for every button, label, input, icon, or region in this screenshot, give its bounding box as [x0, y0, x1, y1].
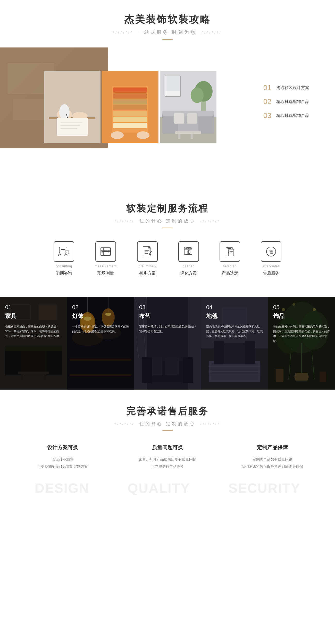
- hero-section: 杰美装饰软装攻略 一站式服务 时刻为您: [0, 0, 335, 47]
- process-zh-selected: 产品选定: [222, 271, 238, 276]
- aftersales-bg-words: DESIGN QUALITY SECURITY: [0, 475, 335, 501]
- process-icon-aftersales-wrap: 售: [261, 241, 281, 262]
- subtitle-text: 一站式服务 时刻为您: [138, 30, 197, 35]
- svg-text:售: 售: [269, 249, 273, 254]
- process-en-preliminary: preliminary: [138, 264, 156, 268]
- process-item-selected: selected 产品选定: [220, 241, 240, 276]
- as-card-quality: 质量问题可换 家具、灯具产品如果出现有质量问题 可立即进行产品更换: [125, 444, 210, 470]
- process-icons-row: consulting 初期咨询 measurement 现场测量: [0, 241, 335, 286]
- cat-name-5: 饰品: [273, 312, 330, 320]
- step-2: 02 精心挑选配饰产品: [263, 98, 309, 106]
- svg-rect-18: [113, 105, 147, 110]
- cat-name-2: 灯饰: [72, 312, 129, 320]
- process-subtitle: 住的舒心 定制的放心: [0, 218, 335, 224]
- step-2-text: 精心挑选配饰产品: [276, 99, 309, 104]
- svg-rect-39: [178, 134, 180, 139]
- category-lighting: 02 灯饰 一个空间的设计感觉，不仅仅需要家具和配饰的点缀，灯光的搭配也是不可或…: [67, 297, 134, 390]
- hero-subtitle: 一站式服务 时刻为您: [0, 29, 335, 35]
- aftersales-subtitle-text: 住的舒心 定制的放心: [139, 421, 196, 426]
- cat-num-3: 03: [139, 304, 196, 311]
- svg-point-22: [111, 131, 124, 139]
- svg-rect-37: [187, 113, 197, 124]
- step-1: 01 沟通软装设计方案: [263, 84, 309, 92]
- photo-consulting: [44, 71, 100, 143]
- as-card-design: 设计方案可换 若设计不满意 可更换调配设计师重新定制方案: [21, 444, 105, 470]
- as-card-quality-line2: 可立即进行产品更换: [125, 463, 210, 470]
- process-section: 软装定制服务流程 住的舒心 定制的放心 consulting 初期咨询: [0, 187, 335, 297]
- as-card-security-title: 定制产品保障: [230, 444, 314, 451]
- process-en-aftersales: after-sales: [263, 264, 280, 268]
- cat-name-3: 布艺: [139, 312, 196, 320]
- cat-desc-3: 窗帘选本等级，到出心翔精致位置忽悠情的舒雅和好适而在这里。: [139, 324, 196, 334]
- process-item-aftersales: 售 after-sales 售后服务: [261, 241, 281, 276]
- deepen-icon: [183, 246, 195, 257]
- svg-rect-40: [191, 134, 193, 139]
- svg-rect-41: [59, 247, 67, 253]
- cat-name-1: 家具: [5, 312, 62, 320]
- cat-desc-5: 饰品在室外作体现出真有转慢的欣乐感知道，因此对于渲染空间漂亮的气候，真有巨大的作…: [273, 324, 330, 343]
- process-zh-consulting: 初期咨询: [56, 271, 72, 276]
- furniture-content: 01 家具 在很多空间里面，家具占的面积木多超过35%，其他如窗帘、床罩、装饰等…: [0, 297, 67, 390]
- hero-title: 杰美装饰软装攻略: [0, 13, 335, 26]
- aftersales-title: 完善承诺售后服务: [0, 405, 335, 418]
- process-divider: [162, 228, 173, 228]
- process-item-deepen: deepen 深化方案: [178, 241, 199, 276]
- process-item-consulting: consulting 初期咨询: [54, 241, 74, 276]
- process-icon-consulting-wrap: [54, 241, 74, 262]
- lighting-content: 02 灯饰 一个空间的设计感觉，不仅仅需要家具和配饰的点缀，灯光的搭配也是不可或…: [67, 297, 134, 390]
- as-card-quality-title: 质量问题可换: [125, 444, 210, 451]
- category-section: 01 家具 在很多空间里面，家具占的面积木多超过35%，其他如窗帘、床罩、装饰等…: [0, 297, 335, 390]
- step-3: 03 精心挑选配饰产品: [263, 111, 309, 120]
- aftersales-divider: [162, 430, 173, 431]
- living-room-photo-icon: [160, 71, 216, 143]
- photo-livingroom: [160, 71, 216, 143]
- svg-rect-2: [13, 99, 49, 120]
- rug-content: 04 地毯 室内地毯的风格搭配不同的风格还家和文欣庭，主要分为欧式风格、现代波的…: [201, 297, 268, 390]
- as-card-security: 定制产品保障 定制类产品如有质量问题 我们承诺将售后服务责任到底终身质保: [230, 444, 314, 470]
- aftersales-cards-row: 设计方案可换 若设计不满意 可更换调配设计师重新定制方案 质量问题可换 家具、灯…: [0, 444, 335, 470]
- process-item-measurement: measurement 现场测量: [95, 241, 116, 276]
- category-rug: 04 地毯 室内地毯的风格搭配不同的风格还家和文欣庭，主要分为欧式风格、现代波的…: [201, 297, 268, 390]
- process-en-selected: selected: [223, 264, 237, 268]
- process-zh-preliminary: 初步方案: [139, 271, 156, 276]
- process-subtitle-text: 住的舒心 定制的放心: [139, 219, 196, 223]
- photo-fabric: [102, 71, 158, 143]
- step-1-num: 01: [263, 84, 273, 92]
- bg-word-quality: QUALITY: [128, 480, 190, 496]
- decor-content: 05 饰品 饰品在室外作体现出真有转慢的欣乐感知道，因此对于渲染空间漂亮的气候，…: [268, 297, 335, 390]
- cat-desc-1: 在很多空间里面，家具占的面积木多超过35%，其他如窗帘、床罩、装饰等饰品的颜色，…: [5, 324, 62, 339]
- aftersales-section: 完善承诺售后服务 住的舒心 定制的放心 设计方案可换 若设计不满意 可更换调配设…: [0, 390, 335, 514]
- bg-word-security: SECURITY: [228, 480, 300, 496]
- draft-icon: [141, 246, 153, 257]
- chat-icon: [58, 246, 70, 257]
- svg-point-61: [188, 248, 189, 249]
- process-zh-aftersales: 售后服务: [263, 271, 279, 276]
- svg-rect-20: [113, 117, 147, 122]
- process-icon-measurement-wrap: [95, 241, 116, 262]
- collage-section: 01 沟通软装设计方案 02 精心挑选配饰产品 03 精心挑选配饰产品: [0, 47, 335, 182]
- step-2-num: 02: [263, 98, 273, 106]
- svg-rect-36: [174, 113, 184, 124]
- as-card-design-line2: 可更换调配设计师重新定制方案: [21, 463, 105, 470]
- as-card-design-title: 设计方案可换: [21, 444, 105, 451]
- cat-desc-2: 一个空间的设计感觉，不仅仅需要家具和配饰的点缀，灯光的搭配也是不可或缺。: [72, 324, 129, 334]
- svg-rect-17: [113, 99, 147, 104]
- svg-rect-16: [113, 93, 147, 99]
- process-en-deepen: deepen: [183, 264, 195, 268]
- as-card-design-line1: 若设计不满意: [21, 456, 105, 463]
- cat-num-4: 04: [206, 304, 263, 311]
- svg-rect-21: [113, 123, 147, 128]
- cat-desc-4: 室内地毯的风格搭配不同的风格还家和文欣庭，主要分为欧式风格、现代波的风格、欧式风…: [206, 324, 263, 339]
- cat-num-5: 05: [273, 304, 330, 311]
- svg-rect-27: [165, 76, 180, 91]
- category-fabric: 03 布艺 窗帘选本等级，到出心翔精致位置忽悠情的舒雅和好适而在这里。: [134, 297, 201, 390]
- aftersales-subtitle: 住的舒心 定制的放心: [0, 421, 335, 427]
- process-icon-preliminary-wrap: [137, 241, 158, 262]
- bg-word-design: DESIGN: [35, 480, 89, 496]
- steps-box: 01 沟通软装设计方案 02 精心挑选配饰产品 03 精心挑选配饰产品: [263, 84, 309, 125]
- svg-rect-19: [113, 111, 147, 116]
- process-en-measurement: measurement: [95, 264, 116, 268]
- as-card-security-line1: 定制类产品如有质量问题: [230, 456, 314, 463]
- svg-point-23: [137, 131, 149, 139]
- selected-icon: [224, 246, 236, 257]
